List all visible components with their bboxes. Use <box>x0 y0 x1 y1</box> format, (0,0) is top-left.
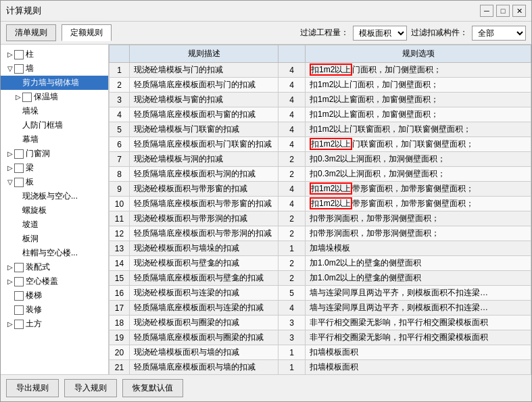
filter-deduct-select[interactable]: 全部 <box>472 26 526 41</box>
cell-option-13: 加1.0m2以上的壁龛的侧壁面积 <box>306 256 531 271</box>
cell-desc-13: 现浇砼模板面积与壁龛的扣减 <box>130 256 279 271</box>
highlight-box-9: 扣1m2以上 <box>310 197 352 209</box>
tree-label-16: 空心楼盖 <box>26 276 58 287</box>
table-row[interactable]: 18现浇砼模板面积与圈梁的扣减3非平行相交圈梁无影响，扣平行相交圈梁模板面积 <box>110 316 531 330</box>
tree-toggle-1: ▽ <box>6 65 14 72</box>
table-row[interactable]: 15轻质隔墙底座模板面积与壁龛的扣减2加1.0m2以上的壁龛的侧壁面积 <box>110 271 531 286</box>
cell-desc-3: 轻质隔墙底座模板面积与窗的扣减 <box>130 107 279 122</box>
table-row[interactable]: 4轻质隔墙底座模板面积与窗的扣减4扣1m2以上窗面积，加窗侧壁面积； <box>110 107 531 122</box>
tree-toggle-8: ▷ <box>6 164 14 172</box>
sidebar-item-1[interactable]: ▽墙 <box>1 61 108 76</box>
tab-list-rules[interactable]: 清单规则 <box>6 24 56 41</box>
cell-num-2: 3 <box>110 93 130 107</box>
cell-desc-17: 现浇砼模板面积与圈梁的扣减 <box>130 316 279 330</box>
table-row[interactable]: 19轻质隔墙底座模板面积与圈梁的扣减3非平行相交圈梁无影响，扣平行相交圈梁模板面… <box>110 330 531 345</box>
sidebar-item-18[interactable]: 装修 <box>1 303 108 317</box>
cell-count-17: 3 <box>279 316 306 330</box>
cell-num-5: 6 <box>110 137 130 152</box>
sidebar-item-7[interactable]: ▷门窗洞 <box>1 147 108 161</box>
cell-desc-18: 轻质隔墙底座模板面积与圈梁的扣减 <box>130 330 279 345</box>
table-row[interactable]: 16现浇砼模板面积与连梁的扣减5墙与连梁同厚且两边平齐，则模板面积不扣连梁… <box>110 286 531 301</box>
sidebar-item-5[interactable]: 人防门框墙 <box>1 118 108 132</box>
cell-num-8: 9 <box>110 182 130 197</box>
cell-num-4: 5 <box>110 122 130 137</box>
cell-count-4: 4 <box>279 122 306 137</box>
main-window: 计算规则 ─ □ ✕ 清单规则 定额规则 过滤工程量： 模板面积 过滤扣减构件：… <box>0 0 532 402</box>
cell-desc-7: 轻质隔墙底座模板面积与洞的扣减 <box>130 167 279 182</box>
tree-label-4: 墙垛 <box>22 105 39 117</box>
cell-option-14: 加1.0m2以上的壁龛的侧壁面积 <box>306 271 531 286</box>
window-controls: ─ □ ✕ <box>480 5 526 17</box>
tab-quota-rules[interactable]: 定额规则 <box>62 24 112 41</box>
cell-desc-20: 轻质隔墙底座模板面积与墙的扣减 <box>130 360 279 375</box>
minimize-button[interactable]: ─ <box>480 5 493 17</box>
title-bar: 计算规则 ─ □ ✕ <box>1 1 531 22</box>
sidebar-item-13[interactable]: 板洞 <box>1 232 108 246</box>
restore-defaults-button[interactable]: 恢复默认值 <box>122 379 183 397</box>
table-row[interactable]: 17轻质隔墙底座模板面积与连梁的扣减4墙与连梁同厚且两边平齐，则模板面积不扣连梁… <box>110 301 531 316</box>
cell-num-10: 11 <box>110 211 130 226</box>
sidebar-item-16[interactable]: ▷空心楼盖 <box>1 274 108 288</box>
cell-option-3: 扣1m2以上窗面积，加窗侧壁面积； <box>306 107 531 122</box>
sidebar-item-12[interactable]: 坡道 <box>1 218 108 232</box>
tree-label-2: 剪力墙与砌体墙 <box>22 77 79 89</box>
tree-label-6: 幕墙 <box>22 134 39 145</box>
table-row[interactable]: 9现浇砼模板面积与带形窗的扣减4扣1m2以上带形窗面积，加带形窗侧壁面积； <box>110 182 531 197</box>
cell-option-9: 扣1m2以上带形窗面积，加带形窗侧壁面积； <box>306 197 531 211</box>
cell-num-7: 8 <box>110 167 130 182</box>
sidebar-item-14[interactable]: 柱帽与空心楼... <box>1 246 108 260</box>
table-row[interactable]: 3现浇砼墙模板与窗的扣减4扣1m2以上窗面积，加窗侧壁面积； <box>110 93 531 107</box>
sidebar-item-9[interactable]: ▽板 <box>1 175 108 189</box>
bottom-bar: 导出规则 导入规则 恢复默认值 <box>1 374 531 401</box>
table-row[interactable]: 2轻质隔墙底座模板面积与门的扣减4扣1m2以上门面积，加门侧壁面积； <box>110 78 531 93</box>
cell-count-11: 2 <box>279 226 306 241</box>
cell-option-6: 扣0.3m2以上洞面积，加洞侧壁面积； <box>306 152 531 167</box>
filter-project-label: 过滤工程量： <box>300 27 349 39</box>
sidebar-item-3[interactable]: ▷保温墙 <box>1 90 108 104</box>
tree-toggle-19: ▷ <box>6 320 14 328</box>
sidebar-item-8[interactable]: ▷梁 <box>1 161 108 175</box>
cell-num-13: 14 <box>110 256 130 271</box>
highlight-box-5: 扣1m2以上 <box>310 138 352 150</box>
table-row[interactable]: 10轻质隔墙底座模板面积与带形窗的扣减4扣1m2以上带形窗面积，加带形窗侧壁面积… <box>110 197 531 211</box>
export-rules-button[interactable]: 导出规则 <box>6 379 59 397</box>
table-row[interactable]: 7现浇砼墙模板与洞的扣减2扣0.3m2以上洞面积，加洞侧壁面积； <box>110 152 531 167</box>
cell-count-10: 2 <box>279 211 306 226</box>
table-row[interactable]: 6轻质隔墙底座模板面积与门联窗的扣减4扣1m2以上门联窗面积，加门联窗侧壁面积； <box>110 137 531 152</box>
table-row[interactable]: 11现浇砼模板面积与带形洞的扣减2扣带形洞面积，加带形洞侧壁面积； <box>110 211 531 226</box>
cell-count-9: 4 <box>279 197 306 211</box>
cell-count-15: 5 <box>279 286 306 301</box>
cell-desc-9: 轻质隔墙底座模板面积与带形窗的扣减 <box>130 197 279 211</box>
sidebar-item-15[interactable]: ▷装配式 <box>1 260 108 274</box>
sidebar-item-19[interactable]: ▷土方 <box>1 317 108 331</box>
sidebar-item-2[interactable]: 剪力墙与砌体墙 <box>1 76 108 90</box>
filter-project-select[interactable]: 模板面积 <box>353 26 407 41</box>
sidebar-item-10[interactable]: 现浇板与空心... <box>1 189 108 203</box>
import-rules-button[interactable]: 导入规则 <box>64 379 117 397</box>
table-row[interactable]: 14现浇砼模板面积与壁龛的扣减2加1.0m2以上的壁龛的侧壁面积 <box>110 256 531 271</box>
cell-num-11: 12 <box>110 226 130 241</box>
table-row[interactable]: 8轻质隔墙底座模板面积与洞的扣减2扣0.3m2以上洞面积，加洞侧壁面积； <box>110 167 531 182</box>
table-row[interactable]: 13现浇砼模板面积与墙垛的扣减1加墙垛模板 <box>110 241 531 256</box>
highlight-box-8: 扣1m2以上 <box>310 182 352 195</box>
tree-label-9: 板 <box>26 176 34 188</box>
sidebar-item-4[interactable]: 墙垛 <box>1 104 108 118</box>
table-row[interactable]: 5现浇砼墙模板与门联窗的扣减4扣1m2以上门联窗面积，加门联窗侧壁面积； <box>110 122 531 137</box>
cell-num-15: 16 <box>110 286 130 301</box>
table-row[interactable]: 20现浇砼墙模板面积与墙的扣减1扣墙模板面积 <box>110 345 531 360</box>
sidebar-item-0[interactable]: ▷柱 <box>1 47 108 61</box>
table-row[interactable]: 21轻质隔墙底座模板面积与墙的扣减1扣墙模板面积 <box>110 360 531 375</box>
close-button[interactable]: ✕ <box>512 5 526 17</box>
sidebar-item-11[interactable]: 螺旋板 <box>1 203 108 218</box>
folder-icon-0 <box>14 50 24 59</box>
table-row[interactable]: 1现浇砼墙模板与门的扣减4扣1m2以上门面积，加门侧壁面积； <box>110 63 531 78</box>
table-row[interactable]: 12轻质隔墙底座模板面积与带形洞的扣减2扣带形洞面积，加带形洞侧壁面积； <box>110 226 531 241</box>
maximize-button[interactable]: □ <box>496 5 510 17</box>
sidebar-item-6[interactable]: 幕墙 <box>1 132 108 147</box>
tree-label-8: 梁 <box>26 162 34 174</box>
tree-toggle-3: ▷ <box>14 93 22 101</box>
tree-label-19: 土方 <box>26 318 42 330</box>
folder-icon-9 <box>14 178 24 187</box>
cell-option-10: 扣带形洞面积，加带形洞侧壁面积； <box>306 211 531 226</box>
sidebar-item-17[interactable]: 楼梯 <box>1 288 108 303</box>
